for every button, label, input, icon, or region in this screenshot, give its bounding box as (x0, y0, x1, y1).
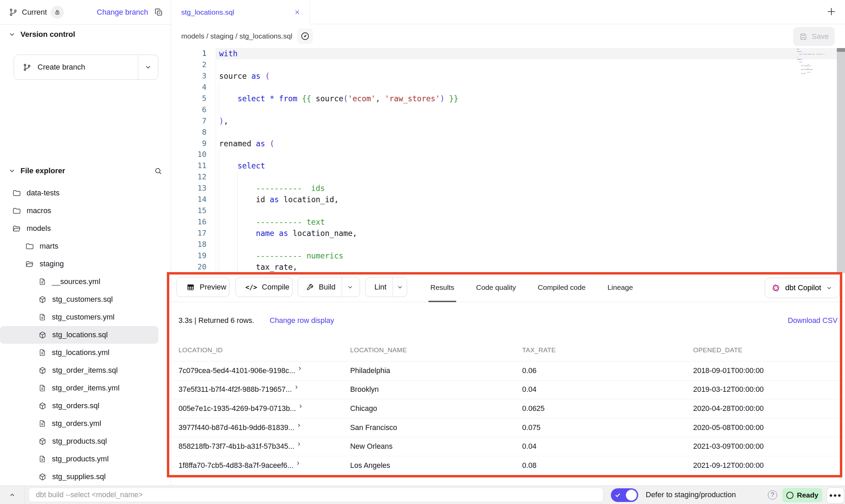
results-tab-compiled-code[interactable]: Compiled code (536, 273, 588, 302)
expand-row-icon[interactable]: › (295, 383, 298, 391)
file-tree-item-staging[interactable]: staging (0, 255, 171, 273)
file-tree-item-stg-order-items-sql[interactable]: stg_order_items.sql (0, 361, 171, 379)
code-line-6[interactable]: 6 (171, 104, 845, 116)
code-line-10[interactable]: 10 (171, 149, 845, 160)
file-tree-item-marts[interactable]: marts (0, 237, 171, 255)
dbt-copilot-button[interactable]: dbt Copilot (765, 278, 840, 298)
table-row[interactable]: 3977f440-b87d-461b-9dd6-81839...›San Fra… (171, 418, 845, 438)
file-explorer-header[interactable]: File explorer (8, 166, 162, 175)
file-tree-item-data-tests[interactable]: data-tests (0, 184, 171, 202)
save-button[interactable]: Save (793, 27, 835, 46)
file-label: stg_orders.yml (52, 419, 101, 428)
code-line-12[interactable]: 12 (171, 172, 845, 183)
line-content: source as ( (797, 51, 803, 53)
copy-branch-icon[interactable] (154, 8, 163, 17)
file-tree-item-macros[interactable]: macros (0, 202, 171, 220)
code-line-16[interactable]: 16 ---------- text (171, 217, 845, 228)
create-branch-button[interactable]: Create branch (14, 55, 158, 80)
table-row[interactable]: 7c079cea-5ed4-4101-906e-9198c...›Philade… (171, 361, 845, 381)
code-line-13[interactable]: 13 ---------- ids (171, 183, 845, 194)
file-tree-item-stg-order-items-yml[interactable]: stg_order_items.yml (0, 379, 171, 397)
lineage-compass-icon[interactable] (297, 28, 313, 44)
line-content: id as location_id, (797, 65, 811, 66)
table-row[interactable]: 858218fb-73f7-4b1b-a31f-57b345...›New Or… (171, 437, 845, 456)
file-tree-item-stg-locations-sql[interactable]: stg_locations.sql (0, 326, 158, 344)
expand-row-icon[interactable]: › (299, 402, 302, 411)
close-tab-icon[interactable] (294, 9, 301, 16)
editor-scrollbar[interactable] (837, 48, 845, 273)
preview-button[interactable]: Preview (176, 277, 229, 297)
code-line-9[interactable]: 9renamed as ( (171, 138, 845, 149)
code-line-7[interactable]: 7), (171, 116, 845, 127)
table-row[interactable]: 1f8ffa70-7cb5-4d83-8a7f-9aceef6...›Los A… (171, 456, 845, 475)
expand-row-icon[interactable]: › (298, 421, 300, 430)
search-icon[interactable] (154, 167, 162, 175)
build-dropdown[interactable] (342, 278, 358, 297)
code-line-14[interactable]: 14 id as location_id, (171, 194, 845, 205)
download-csv-link[interactable]: Download CSV (788, 316, 837, 325)
results-toolbar: Preview </> Compile Build (171, 273, 845, 302)
file-tree-item-stg-locations-yml[interactable]: stg_locations.yml (0, 344, 171, 361)
file-tree-item-stg-orders-sql[interactable]: stg_orders.sql (0, 397, 171, 415)
tab-stg-locations-sql[interactable]: stg_locations.sql (171, 0, 310, 24)
compile-button[interactable]: </> Compile (235, 277, 292, 297)
status-ready-badge[interactable]: Ready (782, 488, 822, 502)
code-line-15[interactable]: 15 (171, 205, 845, 217)
file-tree-item-stg-products-yml[interactable]: stg_products.yml (0, 450, 171, 468)
more-options-button[interactable]: ●●● (827, 487, 844, 504)
line-number: 3 (171, 71, 216, 82)
line-content (216, 239, 219, 250)
change-branch-link[interactable]: Change branch (97, 8, 148, 17)
file-tree-item-models[interactable]: models (0, 220, 171, 237)
file-tree-item-stg-supplies-sql[interactable]: stg_supplies.sql (0, 468, 171, 486)
git-branch-icon (23, 63, 31, 72)
code-line-11[interactable]: 11 select (171, 160, 845, 172)
line-number: 12 (171, 172, 216, 183)
table-row[interactable]: 37e5f311-b7f4-4f2f-988b-719657...›Brookl… (171, 381, 845, 400)
editor-minimap[interactable]: withsource as ( select * from {{ source(… (797, 48, 836, 89)
help-icon[interactable]: ? (768, 490, 777, 500)
code-lines[interactable]: 1with23source as (45 select * from {{ so… (171, 48, 845, 273)
results-tab-results[interactable]: Results (428, 273, 456, 302)
file-tree-item-stg-customers-yml[interactable]: stg_customers.yml (0, 308, 171, 326)
file-tree-item-stg-products-sql[interactable]: stg_products.sql (0, 432, 171, 450)
code-line-18[interactable]: 18 (171, 239, 845, 250)
file-label: stg_supplies.sql (52, 472, 106, 481)
code-editor[interactable]: 1with23source as (45 select * from {{ so… (171, 48, 845, 273)
defer-toggle[interactable] (611, 488, 638, 502)
folder-icon (12, 189, 21, 197)
code-line-2[interactable]: 2 (171, 59, 845, 71)
scrollbar-thumb[interactable] (837, 48, 845, 52)
code-line-5[interactable]: 5 select * from {{ source('ecom', 'raw_s… (171, 93, 845, 104)
new-tab-icon[interactable] (825, 5, 837, 18)
expand-row-icon[interactable]: › (298, 440, 300, 448)
line-number: 1 (171, 48, 216, 59)
expand-row-icon[interactable]: › (299, 364, 301, 373)
build-button[interactable]: Build (298, 277, 360, 297)
create-branch-dropdown[interactable] (138, 55, 158, 79)
code-line-3[interactable]: 3source as ( (171, 71, 845, 82)
code-line-1[interactable]: 1with (171, 48, 845, 59)
file-tree-item--sources-yml[interactable]: __sources.yml (0, 273, 171, 291)
results-panel: Preview </> Compile Build (171, 273, 845, 486)
create-branch-main[interactable]: Create branch (14, 55, 138, 79)
chevron-up-icon[interactable] (8, 491, 16, 499)
code-line-20[interactable]: 20 tax_rate, (171, 262, 845, 273)
table-row[interactable]: 005e7e1c-1935-4269-b479-0713b...›Chicago… (171, 399, 845, 418)
lint-dropdown[interactable] (392, 278, 407, 297)
code-line-4[interactable]: 4 (171, 82, 845, 93)
code-line-17[interactable]: 17 name as location_name, (171, 228, 845, 239)
file-tree-item-stg-customers-sql[interactable]: stg_customers.sql (0, 291, 171, 308)
code-line-8[interactable]: 8 (171, 127, 845, 138)
expand-row-icon[interactable]: › (297, 459, 299, 468)
line-content (216, 205, 219, 217)
results-tab-code-quality[interactable]: Code quality (474, 273, 518, 302)
version-control-header[interactable]: Version control (8, 30, 75, 39)
change-row-display-link[interactable]: Change row display (270, 316, 334, 325)
results-tab-lineage[interactable]: Lineage (605, 273, 635, 302)
command-input[interactable]: dbt build --select <model_name> (29, 488, 603, 502)
code-line-19[interactable]: 19 ---------- numerics (171, 250, 845, 262)
file-tree-item-stg-orders-yml[interactable]: stg_orders.yml (0, 415, 171, 432)
lint-button[interactable]: Lint (365, 277, 407, 297)
file-yml-icon (38, 278, 46, 286)
